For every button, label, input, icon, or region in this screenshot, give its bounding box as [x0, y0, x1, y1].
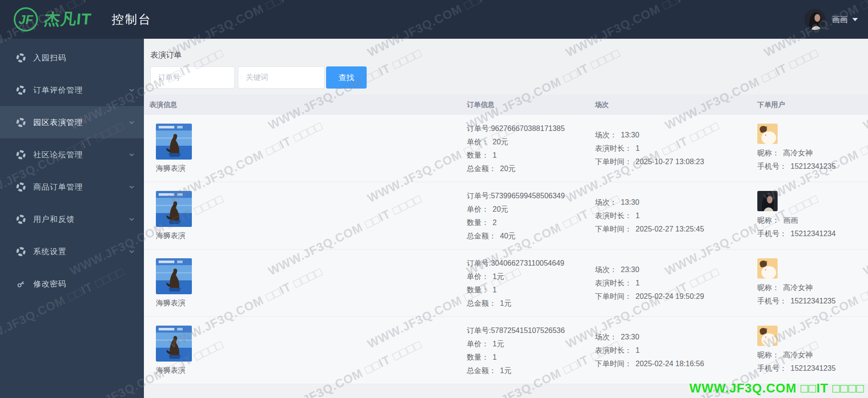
sidebar-item-label: 社区论坛管理 — [33, 149, 83, 160]
nickname-value: 高冷女神 — [783, 149, 813, 157]
order-info-cell: 订单号:962766670388171385 单价：20元 数量：1 总金额：2… — [467, 122, 595, 175]
session-label: 场次： — [595, 198, 617, 206]
phone-value: 15212341235 — [791, 297, 836, 305]
nickname-label: 昵称： — [757, 284, 779, 291]
sidebar-item-label: 入园扫码 — [33, 53, 66, 63]
order-number: 订单号:304066273110054649 — [467, 256, 595, 270]
total-value: 1元 — [500, 367, 511, 374]
total-value: 20元 — [500, 165, 516, 172]
sidebar-item[interactable]: 园区表演管理 — [0, 106, 144, 138]
user-avatar — [804, 9, 826, 30]
buyer-cell: 昵称：高冷女神 手机号：15212341235 — [757, 258, 868, 308]
session-value: 13:30 — [621, 131, 639, 139]
chevron-down-icon — [129, 184, 135, 190]
donut-icon — [16, 246, 26, 256]
buyer-avatar-photo — [757, 191, 778, 211]
sidebar-menu: 入园扫码 订单评价管理 — [0, 39, 144, 300]
phone-label: 手机号： — [757, 162, 787, 170]
session-label: 场次： — [595, 131, 617, 139]
quantity-label: 数量： — [467, 151, 489, 159]
order-time-value: 2025-10-27 13:08:23 — [636, 158, 704, 166]
sidebar-item-label: 用户和反馈 — [33, 214, 75, 225]
nickname-label: 昵称： — [757, 149, 779, 157]
quantity-value: 1 — [493, 353, 497, 361]
session-cell: 场次：23:30 表演时长：1 下单时间：2025-02-24 18:16:56 — [595, 330, 757, 370]
unit-price-value: 20元 — [493, 205, 508, 213]
buyer-avatar-cartoon — [757, 124, 778, 144]
donut-icon — [16, 85, 26, 95]
order-time-value: 2025-02-24 19:50:29 — [636, 292, 704, 300]
sidebar-item[interactable]: 商品订单管理 — [0, 171, 144, 203]
session-label: 场次： — [595, 266, 617, 273]
sidebar-item[interactable]: 系统设置 — [0, 235, 144, 267]
order-time-value: 2025-02-27 13:25:45 — [636, 225, 704, 233]
quantity-value: 1 — [493, 151, 497, 159]
user-menu[interactable]: 画画 — [804, 0, 858, 39]
performance-cell: 海狮表演 — [144, 124, 467, 173]
unit-price-label: 单价： — [467, 138, 489, 146]
phone-label: 手机号： — [757, 364, 787, 372]
order-row: 海狮表演 订单号:304066273110054649 单价：1元 数量：1 总… — [144, 249, 868, 317]
chevron-down-icon — [129, 152, 135, 158]
orders-table-header: 表演信息 订单信息 场次 下单用户 — [144, 95, 868, 115]
sidebar-item-label: 订单评价管理 — [33, 85, 83, 95]
performance-name: 海狮表演 — [156, 298, 467, 308]
user-name: 画画 — [832, 14, 848, 25]
brand-logo: JF 杰凡IT — [13, 6, 91, 32]
unit-price-label: 单价： — [467, 205, 489, 213]
footer-watermark: WWW.JF3Q.COM □□IT □□□□ — [690, 381, 864, 396]
phone-value: 15212341235 — [791, 364, 836, 372]
buyer-avatar-cartoon — [757, 258, 778, 279]
total-label: 总金额： — [467, 367, 496, 374]
nickname-label: 昵称： — [757, 216, 779, 224]
total-value: 40元 — [500, 232, 516, 240]
chevron-down-icon — [129, 249, 135, 255]
performance-photo — [156, 326, 192, 362]
nickname-label: 昵称： — [757, 351, 779, 359]
total-label: 总金额： — [467, 232, 496, 240]
order-time-label: 下单时间： — [595, 158, 632, 166]
duration-label: 表演时长： — [595, 279, 632, 287]
order-time-label: 下单时间： — [595, 292, 632, 300]
nickname-value: 高冷女神 — [783, 351, 813, 359]
app: JF 杰凡IT 控制台 画画 — [0, 0, 868, 398]
page-app-title: 控制台 — [112, 12, 152, 28]
phone-label: 手机号： — [757, 297, 787, 305]
page-title: 表演订单 — [150, 50, 868, 60]
session-cell: 场次：23:30 表演时长：1 下单时间：2025-02-24 19:50:29 — [595, 263, 757, 303]
quantity-value: 2 — [493, 219, 497, 226]
phone-value: 15212341234 — [791, 230, 836, 238]
search-button[interactable]: 查找 — [326, 66, 367, 89]
sidebar-item-label: 系统设置 — [33, 246, 66, 257]
sidebar-item-label: 园区表演管理 — [33, 117, 83, 128]
buyer-cell: 昵称：高冷女神 手机号：15212341235 — [757, 326, 868, 375]
duration-label: 表演时长： — [595, 212, 632, 220]
quantity-label: 数量： — [467, 353, 489, 361]
donut-icon — [16, 149, 26, 160]
sidebar-item[interactable]: 修改密码 — [0, 267, 144, 300]
performance-name: 海狮表演 — [156, 164, 467, 173]
sidebar-item[interactable]: 入园扫码 — [0, 42, 144, 74]
order-time-label: 下单时间： — [595, 225, 632, 233]
order-number: 订单号:573996599458506349 — [467, 189, 595, 202]
order-row: 海狮表演 订单号:578725415107526536 单价：1元 数量：1 总… — [144, 317, 868, 384]
chevron-down-icon — [129, 119, 135, 125]
performance-cell: 海狮表演 — [144, 326, 467, 375]
performance-photo — [156, 258, 192, 294]
nickname-value: 高冷女神 — [783, 284, 813, 291]
unit-price-label: 单价： — [467, 340, 489, 348]
keyword-input[interactable] — [238, 66, 325, 89]
unit-price-value: 20元 — [493, 138, 508, 146]
sidebar-item[interactable]: 订单评价管理 — [0, 74, 144, 106]
session-value: 23:30 — [621, 333, 639, 341]
order-number: 订单号:962766670388171385 — [467, 122, 595, 135]
sidebar-item[interactable]: 社区论坛管理 — [0, 138, 144, 171]
order-number: 订单号:578725415107526536 — [467, 324, 595, 337]
unit-price-value: 1元 — [493, 340, 504, 348]
session-value: 23:30 — [621, 266, 639, 273]
performance-photo — [156, 124, 192, 160]
sidebar-item[interactable]: 用户和反馈 — [0, 203, 144, 235]
chevron-down-icon — [129, 216, 135, 222]
order-number-input[interactable] — [150, 66, 235, 89]
total-value: 1元 — [500, 299, 511, 307]
